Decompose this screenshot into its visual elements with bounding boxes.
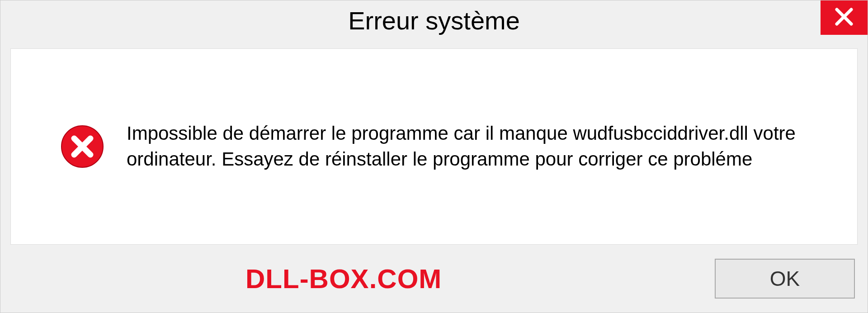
watermark-text: DLL-BOX.COM bbox=[245, 263, 442, 294]
titlebar: Erreur système bbox=[0, 0, 868, 42]
error-message: Impossible de démarrer le programme car … bbox=[127, 121, 826, 172]
close-icon bbox=[834, 7, 854, 28]
content-panel: Impossible de démarrer le programme car … bbox=[10, 48, 858, 245]
ok-button[interactable]: OK bbox=[715, 259, 855, 299]
error-dialog: Erreur système Impossible de démarrer le… bbox=[0, 0, 868, 313]
dialog-footer: DLL-BOX.COM OK bbox=[0, 245, 868, 313]
close-button[interactable] bbox=[821, 0, 868, 35]
error-icon bbox=[61, 125, 104, 168]
dialog-title: Erreur système bbox=[348, 6, 520, 35]
